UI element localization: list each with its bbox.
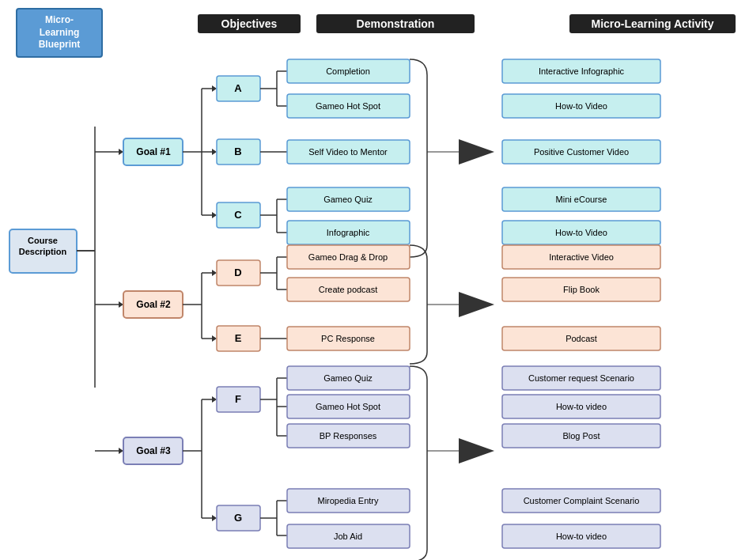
svg-text:Gameo Hot Spot: Gameo Hot Spot <box>316 402 380 411</box>
svg-marker-31 <box>212 212 217 218</box>
svg-text:Self Video to Mentor: Self Video to Mentor <box>308 147 388 157</box>
main-container: Micro-Learning Blueprint Objectives Demo… <box>0 0 749 560</box>
svg-text:Course: Course <box>28 236 58 245</box>
svg-text:Flip Book: Flip Book <box>563 285 600 294</box>
svg-marker-43 <box>459 139 494 165</box>
svg-marker-94 <box>212 396 217 403</box>
svg-text:Positive Customer Video: Positive Customer Video <box>534 147 629 157</box>
svg-text:Interactive Infographic: Interactive Infographic <box>539 66 625 76</box>
svg-text:G: G <box>234 512 242 524</box>
svg-marker-80 <box>459 292 494 317</box>
svg-text:PC Response: PC Response <box>321 334 375 343</box>
svg-text:A: A <box>234 82 242 94</box>
svg-text:Gameo Hot Spot: Gameo Hot Spot <box>316 101 380 111</box>
svg-text:How-to Video: How-to Video <box>555 101 607 111</box>
svg-text:Infographic: Infographic <box>327 228 370 237</box>
svg-text:D: D <box>234 267 241 278</box>
svg-text:Gameo Drag &  Drop: Gameo Drag & Drop <box>308 252 388 262</box>
svg-text:How-to Video: How-to Video <box>555 228 607 237</box>
svg-text:Description: Description <box>19 247 67 256</box>
svg-text:Blog Post: Blog Post <box>562 431 600 441</box>
svg-text:Podcast: Podcast <box>566 334 597 343</box>
svg-text:Customer request Scenario: Customer request Scenario <box>528 373 634 383</box>
svg-text:Miropedia Entry: Miropedia Entry <box>317 496 379 505</box>
svg-text:Mini eCourse: Mini eCourse <box>556 195 607 204</box>
svg-text:How-to video: How-to video <box>556 402 607 411</box>
svg-text:Goal #3: Goal #3 <box>136 445 171 456</box>
svg-text:Interactive Video: Interactive Video <box>549 252 614 262</box>
svg-text:Job Aid: Job Aid <box>334 532 362 541</box>
svg-text:BP Responses: BP Responses <box>320 431 377 441</box>
svg-marker-73 <box>212 335 217 342</box>
svg-text:How-to video: How-to video <box>556 532 607 541</box>
svg-text:Create podcast: Create podcast <box>319 285 378 294</box>
svg-marker-61 <box>212 270 217 276</box>
svg-text:E: E <box>235 332 242 344</box>
svg-text:Gameo Quiz: Gameo Quiz <box>323 195 373 204</box>
svg-text:Goal #2: Goal #2 <box>136 299 171 310</box>
svg-marker-12 <box>212 85 217 92</box>
svg-marker-121 <box>459 438 494 464</box>
svg-marker-24 <box>212 149 217 155</box>
svg-text:Completion: Completion <box>326 66 370 76</box>
svg-text:Goal #1: Goal #1 <box>136 146 171 157</box>
svg-text:Customer Complaint Scenario: Customer Complaint Scenario <box>524 496 640 505</box>
svg-text:B: B <box>234 146 241 157</box>
svg-text:C: C <box>234 209 242 221</box>
svg-marker-109 <box>212 515 217 521</box>
diagram-svg: Course Description Goal #1 A Completion … <box>0 0 749 560</box>
svg-text:Gameo Quiz: Gameo Quiz <box>323 373 373 383</box>
svg-text:F: F <box>235 393 241 405</box>
